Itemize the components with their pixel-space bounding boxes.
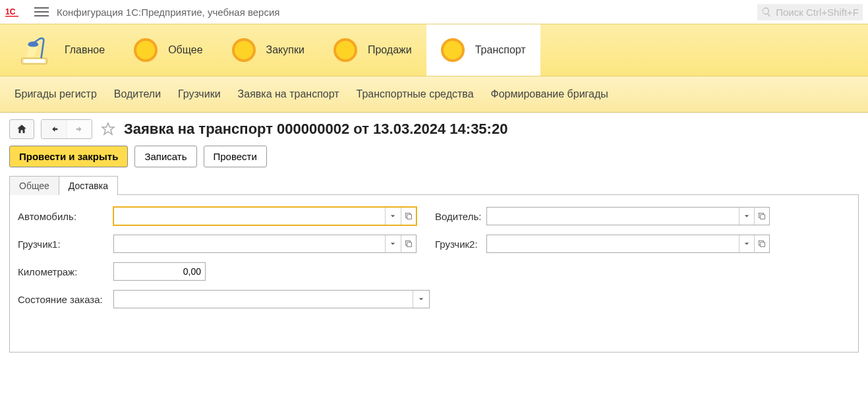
chevron-down-icon <box>419 297 424 302</box>
section-label: Главное <box>65 44 105 56</box>
circle-icon <box>333 38 357 62</box>
submenu-vehicles[interactable]: Транспортные средства <box>357 88 474 100</box>
open-button[interactable] <box>754 208 769 225</box>
section-label: Продажи <box>368 44 412 56</box>
car-label: Автомобиль: <box>18 211 113 222</box>
dropdown-button[interactable] <box>739 235 754 252</box>
open-button[interactable] <box>754 235 769 252</box>
save-button[interactable]: Записать <box>134 146 196 167</box>
arrow-left-icon <box>49 124 59 134</box>
svg-rect-2 <box>24 59 45 63</box>
global-search[interactable]: Поиск Ctrl+Shift+F <box>757 4 863 20</box>
dropdown-button[interactable] <box>413 291 429 308</box>
config-title: Конфигурация 1С:Предприятие, учебная вер… <box>57 7 279 18</box>
submenu-brigade-forming[interactable]: Формирование бригады <box>491 88 608 100</box>
open-button[interactable] <box>401 235 416 252</box>
arrow-right-icon <box>74 124 85 134</box>
desk-lamp-icon <box>14 32 54 69</box>
order-state-label: Состояние заказа: <box>18 294 113 305</box>
home-button[interactable] <box>9 119 34 139</box>
submenu-loaders[interactable]: Грузчики <box>178 88 221 100</box>
chevron-down-icon <box>390 213 395 219</box>
tab-delivery[interactable]: Доставка <box>59 176 118 195</box>
form-panel: Автомобиль: Водитель: Грузчик1: <box>9 194 859 353</box>
main-menu-icon[interactable] <box>34 7 49 16</box>
section-label: Закупки <box>266 44 304 56</box>
section-sales[interactable]: Продажи <box>319 24 426 76</box>
section-label: Общее <box>168 44 202 56</box>
search-placeholder: Поиск Ctrl+Shift+F <box>776 7 859 18</box>
open-icon <box>758 240 766 248</box>
search-icon <box>761 7 772 17</box>
mileage-label: Километраж: <box>18 266 113 277</box>
dropdown-button[interactable] <box>385 235 400 252</box>
svg-rect-5 <box>407 215 412 219</box>
order-state-input[interactable] <box>114 291 413 308</box>
driver-input[interactable] <box>487 208 739 225</box>
section-common[interactable]: Общее <box>119 24 217 76</box>
chevron-down-icon <box>744 241 749 246</box>
open-button[interactable] <box>401 208 416 225</box>
section-label: Транспорт <box>475 44 526 56</box>
favorite-button[interactable] <box>99 120 117 138</box>
submenu-drivers[interactable]: Водители <box>114 88 161 100</box>
svg-point-3 <box>28 42 38 47</box>
driver-label: Водитель: <box>435 211 486 222</box>
section-main[interactable]: Главное <box>0 24 119 76</box>
loader2-input[interactable] <box>487 235 739 252</box>
submenu-brigades-register[interactable]: Бригады регистр <box>14 88 97 100</box>
back-button[interactable] <box>42 120 67 138</box>
tab-general[interactable]: Общее <box>9 176 59 195</box>
loader1-label: Грузчик1: <box>18 239 113 250</box>
forward-button <box>67 120 92 138</box>
svg-rect-11 <box>761 242 765 247</box>
circle-icon <box>441 38 465 62</box>
logo-1c: 1С <box>5 5 26 18</box>
mileage-input[interactable] <box>114 263 205 280</box>
loader2-label: Грузчик2: <box>435 239 486 250</box>
car-input[interactable] <box>114 208 385 225</box>
circle-icon <box>232 38 256 62</box>
loader1-input[interactable] <box>114 235 385 252</box>
svg-text:1С: 1С <box>5 7 16 16</box>
post-and-close-button[interactable]: Провести и закрыть <box>9 146 128 167</box>
star-icon <box>100 121 116 137</box>
circle-icon <box>134 38 158 62</box>
section-purchases[interactable]: Закупки <box>217 24 319 76</box>
open-icon <box>758 212 766 220</box>
open-icon <box>405 212 413 220</box>
chevron-down-icon <box>390 241 395 246</box>
chevron-down-icon <box>744 213 749 219</box>
section-transport[interactable]: Транспорт <box>426 24 540 76</box>
submenu-transport-request[interactable]: Заявка на транспорт <box>238 88 339 100</box>
svg-rect-7 <box>761 215 765 219</box>
home-icon <box>16 123 28 135</box>
submenu-bar: Бригады регистр Водители Грузчики Заявка… <box>0 76 868 113</box>
svg-rect-9 <box>407 242 412 247</box>
document-title: Заявка на транспорт 000000002 от 13.03.2… <box>124 121 507 138</box>
section-bar: Главное Общее Закупки Продажи Транспорт <box>0 24 868 76</box>
post-button[interactable]: Провести <box>204 146 267 167</box>
dropdown-button[interactable] <box>739 208 754 225</box>
open-icon <box>405 240 413 248</box>
dropdown-button[interactable] <box>385 208 400 225</box>
